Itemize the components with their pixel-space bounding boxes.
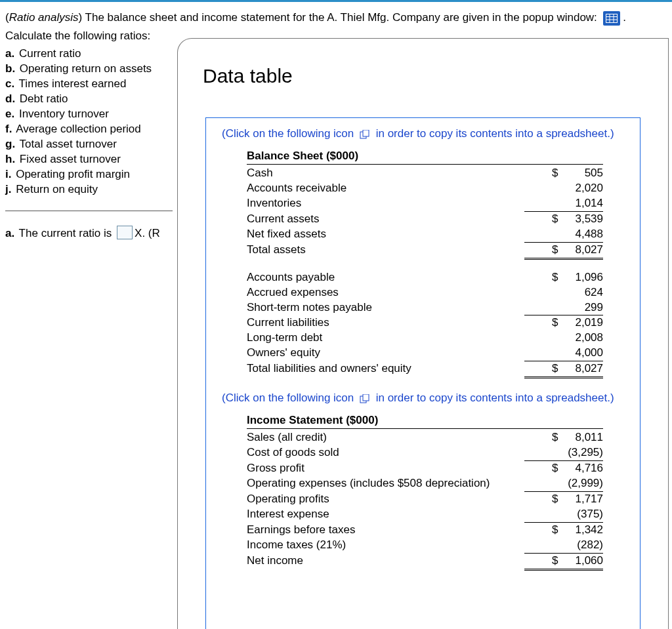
table-row: Current liabilities$2,019 bbox=[247, 315, 603, 331]
copy-icon[interactable] bbox=[360, 394, 370, 403]
row-value: 1,717 bbox=[564, 492, 603, 507]
row-label: Total liabilities and owners' equity bbox=[247, 361, 524, 376]
row-value: 4,000 bbox=[564, 346, 603, 361]
dollar-sign: $ bbox=[552, 166, 564, 181]
row-label: Accounts receivable bbox=[247, 181, 524, 196]
dollar-sign: $ bbox=[552, 243, 564, 258]
dollar-sign: $ bbox=[552, 461, 564, 476]
row-value-wrap: (2,999) bbox=[524, 476, 603, 492]
ratio-item: c. Times interest earned bbox=[5, 77, 173, 91]
table-row: Accrued expenses624 bbox=[247, 285, 603, 300]
row-value-wrap: 4,000 bbox=[524, 346, 603, 361]
row-value-wrap: 2,008 bbox=[524, 331, 603, 346]
ratio-key: b. bbox=[5, 62, 15, 75]
table-row: Cash$505 bbox=[247, 166, 603, 181]
row-value: 624 bbox=[564, 285, 603, 300]
svg-rect-9 bbox=[363, 394, 369, 401]
table-row: Inventories1,014 bbox=[247, 196, 603, 212]
ratio-text: Return on equity bbox=[12, 183, 97, 195]
answer-input[interactable] bbox=[117, 226, 133, 239]
row-label: Gross profit bbox=[247, 461, 524, 476]
row-value-wrap: $3,539 bbox=[524, 212, 603, 227]
row-value-wrap: $1,060 bbox=[524, 554, 603, 571]
row-value-wrap: $1,342 bbox=[524, 523, 603, 538]
row-label: Sales (all credit) bbox=[247, 430, 524, 445]
row-value: (282) bbox=[564, 538, 603, 553]
ratio-item: b. Operating return on assets bbox=[5, 62, 173, 75]
row-value-wrap: 4,488 bbox=[524, 227, 603, 243]
table-row: Cost of goods sold(3,295) bbox=[247, 445, 603, 461]
spreadsheet-icon[interactable] bbox=[603, 11, 620, 26]
row-label: Net fixed assets bbox=[247, 227, 524, 242]
ratio-item: f. Average collection period bbox=[5, 123, 173, 136]
table-row: Current assets$3,539 bbox=[247, 212, 603, 227]
dollar-sign: $ bbox=[552, 270, 564, 285]
row-value: 4,716 bbox=[564, 461, 603, 476]
row-label: Accrued expenses bbox=[247, 285, 524, 300]
row-value: 3,539 bbox=[564, 212, 603, 227]
ratio-key: h. bbox=[5, 153, 15, 165]
intro-body: ) The balance sheet and income statement… bbox=[79, 11, 600, 24]
copy-icon[interactable] bbox=[360, 130, 370, 139]
table-row: Total liabilities and owners' equity$8,0… bbox=[247, 361, 603, 378]
row-value-wrap: $505 bbox=[524, 166, 603, 181]
ratio-item: d. Debt ratio bbox=[5, 92, 173, 106]
answer-row: a. The current ratio is X. (R bbox=[5, 226, 173, 240]
row-label: Income taxes (21%) bbox=[247, 538, 524, 553]
row-value-wrap: (375) bbox=[524, 507, 603, 523]
row-value: 1,014 bbox=[564, 196, 603, 211]
row-label: Long-term debt bbox=[247, 331, 524, 346]
row-value-wrap: (3,295) bbox=[524, 445, 603, 461]
row-label: Earnings before taxes bbox=[247, 523, 524, 538]
row-value: 2,020 bbox=[564, 181, 603, 196]
row-label: Cost of goods sold bbox=[247, 445, 524, 460]
ratio-text: Debt ratio bbox=[16, 92, 68, 105]
ratio-key: e. bbox=[5, 108, 14, 120]
ratio-item: j. Return on equity bbox=[5, 183, 173, 196]
dollar-sign: $ bbox=[552, 361, 564, 376]
row-value-wrap: $1,717 bbox=[524, 492, 603, 507]
dollar-sign: $ bbox=[552, 430, 564, 445]
income-statement-table: Income Statement ($000) Sales (all credi… bbox=[247, 414, 603, 570]
ratio-key: a. bbox=[5, 47, 14, 60]
row-value: 1,342 bbox=[564, 523, 603, 538]
ratio-item: a. Current ratio bbox=[5, 47, 173, 60]
table-row: Short-term notes payable299 bbox=[247, 300, 603, 316]
balance-sheet-header: Balance Sheet ($000) bbox=[247, 150, 603, 165]
table-row: Sales (all credit)$8,011 bbox=[247, 430, 603, 445]
table-row: Long-term debt2,008 bbox=[247, 331, 603, 346]
row-value-wrap: 2,020 bbox=[524, 181, 603, 196]
ratio-key: g. bbox=[5, 138, 15, 150]
table-row: Earnings before taxes$1,342 bbox=[247, 523, 603, 538]
copy-hint-1: (Click on the following icon in order to… bbox=[222, 127, 624, 140]
ratio-text: Current ratio bbox=[16, 47, 81, 60]
row-value-wrap: $4,716 bbox=[524, 461, 603, 476]
ratio-key: j. bbox=[5, 183, 11, 195]
ratio-text: Inventory turnover bbox=[16, 108, 109, 120]
row-label: Accounts payable bbox=[247, 270, 524, 285]
table-row: Income taxes (21%)(282) bbox=[247, 538, 603, 554]
row-label: Net income bbox=[247, 554, 524, 569]
dollar-sign: $ bbox=[552, 492, 564, 507]
row-value: (2,999) bbox=[564, 476, 603, 491]
ratio-text: Fixed asset turnover bbox=[16, 153, 121, 165]
row-label: Current liabilities bbox=[247, 315, 524, 331]
row-value: 1,096 bbox=[564, 270, 603, 285]
row-value: 1,060 bbox=[564, 554, 603, 569]
row-value: 8,027 bbox=[564, 243, 603, 258]
panel-body: (Click on the following icon in order to… bbox=[205, 117, 640, 629]
row-value: 8,011 bbox=[564, 430, 603, 445]
ratio-text: Times interest earned bbox=[16, 77, 126, 90]
answer-before: The current ratio is bbox=[19, 227, 112, 239]
row-label: Inventories bbox=[247, 196, 524, 211]
answer-after: X. (R bbox=[135, 227, 160, 239]
row-label: Interest expense bbox=[247, 507, 524, 522]
row-label: Operating expenses (includes $508 deprec… bbox=[247, 476, 524, 491]
table-row: Operating expenses (includes $508 deprec… bbox=[247, 476, 603, 492]
ratios-list: a. Current ratiob. Operating return on a… bbox=[5, 45, 173, 240]
row-label: Cash bbox=[247, 166, 524, 181]
intro-title: Ratio analysis bbox=[9, 11, 79, 24]
copy-hint-2: (Click on the following icon in order to… bbox=[222, 392, 624, 405]
table-row: Net income$1,060 bbox=[247, 554, 603, 571]
dollar-sign: $ bbox=[552, 212, 564, 227]
